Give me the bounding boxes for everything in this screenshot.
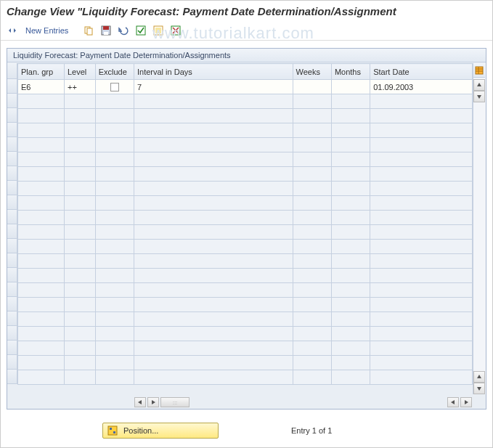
col-level[interactable]: Level (64, 64, 95, 80)
scroll-thumb[interactable]: ::: (160, 397, 190, 407)
cell-exclude[interactable] (95, 80, 134, 94)
table-row[interactable] (18, 138, 473, 152)
footer: Position... Entry 1 of 1 (1, 423, 492, 439)
table-row[interactable] (18, 109, 473, 123)
table-row[interactable] (18, 327, 473, 341)
panel-title: Liquidity Forecast: Payment Date Determi… (7, 49, 486, 62)
row-selector[interactable] (7, 253, 17, 268)
row-selector[interactable] (7, 108, 17, 123)
table-row[interactable] (18, 356, 473, 370)
scroll-down-icon[interactable] (473, 91, 485, 102)
table-row[interactable] (18, 167, 473, 182)
toolbar: New Entries (1, 20, 492, 41)
position-icon (107, 425, 118, 436)
row-selector[interactable] (7, 166, 17, 181)
table-row[interactable] (18, 312, 473, 327)
new-entries-button[interactable]: New Entries (23, 26, 71, 35)
col-plan-grp[interactable]: Plan. grp (18, 64, 65, 80)
vertical-scrollbar[interactable] (473, 63, 486, 394)
row-selector[interactable] (7, 370, 17, 384)
col-interval-days[interactable]: Interval in Days (134, 64, 293, 80)
scroll-up-icon[interactable] (473, 371, 485, 383)
table-row[interactable] (18, 240, 473, 254)
row-selector[interactable] (7, 123, 17, 137)
row-selector[interactable] (7, 341, 17, 355)
table-settings-icon[interactable] (473, 63, 485, 78)
table-row[interactable] (18, 211, 473, 225)
svg-rect-11 (476, 67, 483, 74)
svg-rect-3 (103, 26, 109, 30)
table-row[interactable] (18, 225, 473, 240)
row-selector[interactable] (7, 268, 17, 282)
svg-rect-15 (108, 426, 117, 435)
page-title: Change View "Liquidity Forecast: Payment… (1, 1, 492, 20)
row-selector[interactable] (7, 326, 17, 341)
cell-months[interactable] (331, 80, 370, 94)
grid-panel: Liquidity Forecast: Payment Date Determi… (7, 48, 486, 410)
col-months[interactable]: Months (331, 64, 370, 80)
scroll-left-icon[interactable] (134, 397, 146, 407)
row-selector[interactable] (7, 355, 17, 370)
row-selector[interactable] (7, 94, 17, 108)
table-row[interactable] (18, 123, 473, 138)
scroll-up-icon[interactable] (473, 79, 485, 91)
table-row[interactable] (18, 196, 473, 211)
table-row[interactable] (18, 341, 473, 356)
table-row[interactable] (18, 298, 473, 312)
scroll-left-icon[interactable] (447, 397, 459, 407)
copy-icon[interactable] (81, 23, 96, 38)
row-selector-column (7, 63, 17, 394)
table-row[interactable] (18, 152, 473, 167)
row-selector[interactable] (7, 152, 17, 166)
deselect-all-icon[interactable] (168, 23, 183, 38)
svg-rect-16 (110, 428, 112, 430)
svg-rect-17 (113, 431, 115, 433)
table-row[interactable]: E6 ++ 7 01.09.2003 (18, 80, 473, 94)
table-row[interactable] (18, 182, 473, 196)
scroll-right-icon[interactable] (460, 397, 472, 407)
row-selector[interactable] (7, 239, 17, 253)
position-button[interactable]: Position... (102, 423, 219, 439)
table-row[interactable] (18, 94, 473, 109)
row-selector[interactable] (7, 311, 17, 326)
table-row[interactable] (18, 254, 473, 269)
data-grid: Plan. grp Level Exclude Interval in Days… (17, 63, 473, 394)
expand-icon[interactable] (5, 23, 20, 38)
cell-plan-grp[interactable]: E6 (18, 80, 65, 94)
row-selector-header[interactable] (7, 63, 17, 79)
svg-rect-7 (155, 28, 161, 33)
svg-rect-4 (104, 32, 108, 35)
entry-counter: Entry 1 of 1 (291, 426, 332, 435)
row-selector[interactable] (7, 210, 17, 224)
exclude-checkbox[interactable] (110, 83, 119, 91)
save-icon[interactable] (99, 23, 113, 38)
position-label: Position... (123, 426, 158, 435)
undo-icon[interactable] (116, 23, 131, 38)
table-header-row: Plan. grp Level Exclude Interval in Days… (18, 64, 473, 80)
row-selector[interactable] (7, 282, 17, 297)
cell-interval-days[interactable]: 7 (134, 80, 293, 94)
row-selector[interactable] (7, 137, 17, 152)
row-selector[interactable] (7, 195, 17, 210)
scroll-down-icon[interactable] (473, 383, 485, 394)
cell-start-date[interactable]: 01.09.2003 (370, 80, 473, 94)
select-all-icon[interactable] (134, 23, 148, 38)
row-selector[interactable] (7, 79, 17, 94)
svg-rect-1 (87, 28, 92, 35)
horizontal-scrollbar[interactable]: ::: (17, 396, 473, 409)
col-exclude[interactable]: Exclude (95, 64, 134, 80)
row-selector[interactable] (7, 224, 17, 239)
table-row[interactable] (18, 370, 473, 385)
scroll-right-icon[interactable] (147, 397, 159, 407)
cell-weeks[interactable] (293, 80, 331, 94)
table-row[interactable] (18, 269, 473, 283)
col-start-date[interactable]: Start Date (370, 64, 473, 80)
select-block-icon[interactable] (151, 23, 166, 38)
table-row[interactable] (18, 283, 473, 298)
cell-level[interactable]: ++ (64, 80, 95, 94)
svg-rect-5 (137, 26, 145, 35)
row-selector[interactable] (7, 181, 17, 195)
row-selector[interactable] (7, 297, 17, 311)
col-weeks[interactable]: Weeks (293, 64, 331, 80)
